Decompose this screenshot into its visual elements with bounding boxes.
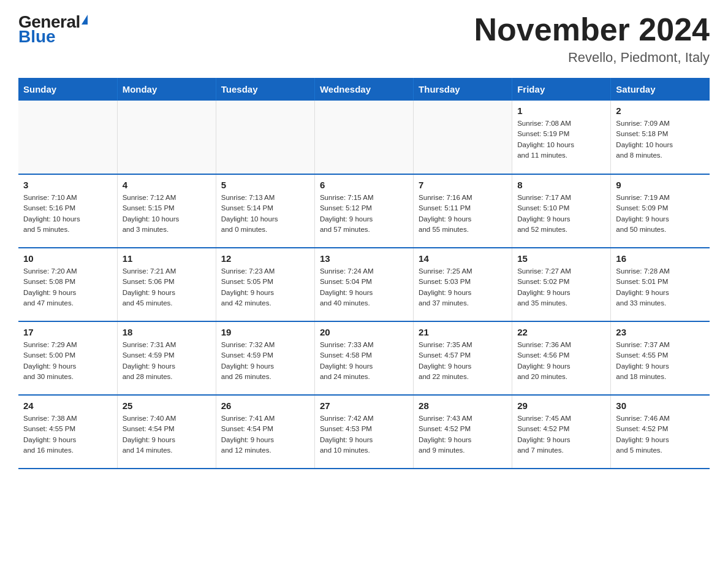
day-info: Sunrise: 7:10 AM Sunset: 5:16 PM Dayligh…	[23, 193, 112, 235]
day-cell: 1Sunrise: 7:08 AM Sunset: 5:19 PM Daylig…	[512, 101, 611, 174]
day-cell: 7Sunrise: 7:16 AM Sunset: 5:11 PM Daylig…	[414, 174, 512, 248]
day-info: Sunrise: 7:19 AM Sunset: 5:09 PM Dayligh…	[616, 193, 705, 235]
logo: General Blue	[18, 12, 88, 47]
weekday-header-thursday: Thursday	[414, 78, 512, 101]
day-cell: 19Sunrise: 7:32 AM Sunset: 4:59 PM Dayli…	[216, 321, 314, 395]
day-cell: 2Sunrise: 7:09 AM Sunset: 5:18 PM Daylig…	[611, 101, 710, 174]
day-cell: 21Sunrise: 7:35 AM Sunset: 4:57 PM Dayli…	[414, 321, 512, 395]
day-info: Sunrise: 7:15 AM Sunset: 5:12 PM Dayligh…	[320, 193, 408, 235]
day-number: 18	[123, 327, 211, 337]
day-number: 11	[123, 253, 211, 264]
day-number: 15	[517, 253, 605, 264]
day-info: Sunrise: 7:32 AM Sunset: 4:59 PM Dayligh…	[221, 340, 309, 382]
day-cell: 5Sunrise: 7:13 AM Sunset: 5:14 PM Daylig…	[216, 174, 314, 248]
day-info: Sunrise: 7:16 AM Sunset: 5:11 PM Dayligh…	[419, 193, 507, 235]
day-number: 24	[23, 400, 112, 411]
day-cell: 26Sunrise: 7:41 AM Sunset: 4:54 PM Dayli…	[216, 395, 314, 469]
day-cell: 18Sunrise: 7:31 AM Sunset: 4:59 PM Dayli…	[117, 321, 216, 395]
day-cell: 6Sunrise: 7:15 AM Sunset: 5:12 PM Daylig…	[314, 174, 413, 248]
day-cell: 9Sunrise: 7:19 AM Sunset: 5:09 PM Daylig…	[611, 174, 710, 248]
day-cell: 28Sunrise: 7:43 AM Sunset: 4:52 PM Dayli…	[414, 395, 512, 469]
day-number: 7	[419, 180, 507, 190]
day-cell: 15Sunrise: 7:27 AM Sunset: 5:02 PM Dayli…	[512, 248, 611, 321]
day-info: Sunrise: 7:27 AM Sunset: 5:02 PM Dayligh…	[517, 266, 605, 308]
day-info: Sunrise: 7:42 AM Sunset: 4:53 PM Dayligh…	[320, 413, 408, 456]
day-cell: 30Sunrise: 7:46 AM Sunset: 4:52 PM Dayli…	[611, 395, 710, 469]
day-cell: 8Sunrise: 7:17 AM Sunset: 5:10 PM Daylig…	[512, 174, 611, 248]
day-number: 23	[616, 327, 705, 337]
day-number: 10	[23, 253, 112, 264]
day-number: 16	[616, 253, 705, 264]
day-cell: 24Sunrise: 7:38 AM Sunset: 4:55 PM Dayli…	[18, 395, 117, 469]
day-info: Sunrise: 7:17 AM Sunset: 5:10 PM Dayligh…	[517, 193, 605, 235]
day-info: Sunrise: 7:12 AM Sunset: 5:15 PM Dayligh…	[123, 193, 211, 235]
day-number: 21	[419, 327, 507, 337]
weekday-header-wednesday: Wednesday	[314, 78, 413, 101]
day-number: 8	[517, 180, 605, 190]
day-number: 20	[320, 327, 408, 337]
day-cell: 17Sunrise: 7:29 AM Sunset: 5:00 PM Dayli…	[18, 321, 117, 395]
day-cell: 11Sunrise: 7:21 AM Sunset: 5:06 PM Dayli…	[117, 248, 216, 321]
day-info: Sunrise: 7:38 AM Sunset: 4:55 PM Dayligh…	[23, 413, 112, 456]
day-number: 22	[517, 327, 605, 337]
weekday-header-monday: Monday	[117, 78, 216, 101]
day-info: Sunrise: 7:08 AM Sunset: 5:19 PM Dayligh…	[517, 118, 605, 161]
day-info: Sunrise: 7:20 AM Sunset: 5:08 PM Dayligh…	[23, 266, 112, 308]
day-cell: 29Sunrise: 7:45 AM Sunset: 4:52 PM Dayli…	[512, 395, 611, 469]
day-cell	[414, 101, 512, 174]
weekday-header-row: SundayMondayTuesdayWednesdayThursdayFrid…	[18, 78, 710, 101]
day-number: 13	[320, 253, 408, 264]
day-cell: 14Sunrise: 7:25 AM Sunset: 5:03 PM Dayli…	[414, 248, 512, 321]
page-header: General Blue November 2024 Revello, Pied…	[18, 12, 710, 66]
day-number: 19	[221, 327, 309, 337]
week-row-3: 10Sunrise: 7:20 AM Sunset: 5:08 PM Dayli…	[18, 248, 710, 321]
day-info: Sunrise: 7:24 AM Sunset: 5:04 PM Dayligh…	[320, 266, 408, 308]
day-cell: 23Sunrise: 7:37 AM Sunset: 4:55 PM Dayli…	[611, 321, 710, 395]
day-cell: 10Sunrise: 7:20 AM Sunset: 5:08 PM Dayli…	[18, 248, 117, 321]
day-info: Sunrise: 7:23 AM Sunset: 5:05 PM Dayligh…	[221, 266, 309, 308]
day-info: Sunrise: 7:45 AM Sunset: 4:52 PM Dayligh…	[517, 413, 605, 456]
day-cell	[117, 101, 216, 174]
weekday-header-saturday: Saturday	[611, 78, 710, 101]
day-cell: 22Sunrise: 7:36 AM Sunset: 4:56 PM Dayli…	[512, 321, 611, 395]
day-number: 30	[616, 400, 705, 411]
day-info: Sunrise: 7:41 AM Sunset: 4:54 PM Dayligh…	[221, 413, 309, 456]
weekday-header-sunday: Sunday	[18, 78, 117, 101]
week-row-5: 24Sunrise: 7:38 AM Sunset: 4:55 PM Dayli…	[18, 395, 710, 469]
day-number: 25	[123, 400, 211, 411]
day-number: 14	[419, 253, 507, 264]
day-info: Sunrise: 7:33 AM Sunset: 4:58 PM Dayligh…	[320, 340, 408, 382]
day-cell: 20Sunrise: 7:33 AM Sunset: 4:58 PM Dayli…	[314, 321, 413, 395]
weekday-header-friday: Friday	[512, 78, 611, 101]
logo-triangle-icon	[82, 15, 88, 25]
day-cell: 16Sunrise: 7:28 AM Sunset: 5:01 PM Dayli…	[611, 248, 710, 321]
day-info: Sunrise: 7:29 AM Sunset: 5:00 PM Dayligh…	[23, 340, 112, 382]
day-number: 4	[123, 180, 211, 190]
calendar-table: SundayMondayTuesdayWednesdayThursdayFrid…	[18, 78, 710, 469]
day-number: 6	[320, 180, 408, 190]
week-row-1: 1Sunrise: 7:08 AM Sunset: 5:19 PM Daylig…	[18, 101, 710, 174]
day-info: Sunrise: 7:21 AM Sunset: 5:06 PM Dayligh…	[123, 266, 211, 308]
day-info: Sunrise: 7:13 AM Sunset: 5:14 PM Dayligh…	[221, 193, 309, 235]
day-number: 9	[616, 180, 705, 190]
day-number: 3	[23, 180, 112, 190]
day-number: 28	[419, 400, 507, 411]
calendar-subtitle: Revello, Piedmont, Italy	[474, 50, 710, 66]
day-number: 27	[320, 400, 408, 411]
day-info: Sunrise: 7:31 AM Sunset: 4:59 PM Dayligh…	[123, 340, 211, 382]
day-info: Sunrise: 7:43 AM Sunset: 4:52 PM Dayligh…	[419, 413, 507, 456]
day-cell: 4Sunrise: 7:12 AM Sunset: 5:15 PM Daylig…	[117, 174, 216, 248]
day-number: 5	[221, 180, 309, 190]
day-cell	[18, 101, 117, 174]
day-info: Sunrise: 7:36 AM Sunset: 4:56 PM Dayligh…	[517, 340, 605, 382]
day-info: Sunrise: 7:46 AM Sunset: 4:52 PM Dayligh…	[616, 413, 705, 456]
day-cell: 13Sunrise: 7:24 AM Sunset: 5:04 PM Dayli…	[314, 248, 413, 321]
weekday-header-tuesday: Tuesday	[216, 78, 314, 101]
day-number: 26	[221, 400, 309, 411]
day-cell: 12Sunrise: 7:23 AM Sunset: 5:05 PM Dayli…	[216, 248, 314, 321]
title-block: November 2024 Revello, Piedmont, Italy	[474, 12, 710, 66]
calendar-title: November 2024	[474, 12, 710, 47]
day-number: 12	[221, 253, 309, 264]
day-info: Sunrise: 7:40 AM Sunset: 4:54 PM Dayligh…	[123, 413, 211, 456]
day-number: 17	[23, 327, 112, 337]
